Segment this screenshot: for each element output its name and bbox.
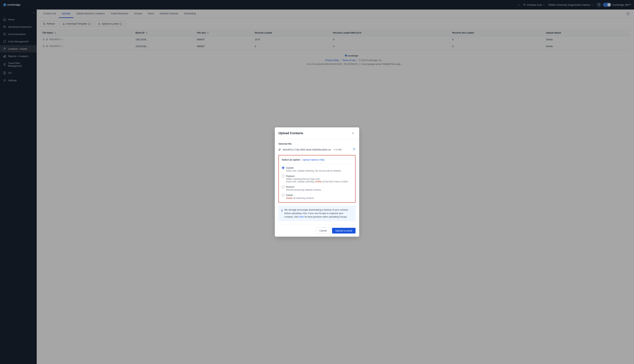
radio-row-update: Update: [282, 166, 352, 169]
modal-body: Selected file: 4e81997a-719a-4952-8e4b-0…: [275, 139, 359, 224]
upload-options-help-link[interactable]: Upload Options Help: [302, 158, 324, 161]
radio-label-restore[interactable]: Restore: [286, 186, 294, 188]
radio-desc-restore: Restore previously deleted contacts.: [286, 188, 352, 191]
replace-delete-text: Delete: [315, 180, 322, 183]
info-text: We strongly encourage downloading a back…: [284, 208, 353, 218]
selected-file-label: Selected file:: [278, 142, 356, 145]
radio-update[interactable]: [282, 166, 284, 169]
modal-title: Upload Contacts: [278, 132, 303, 135]
radio-row-delete: Delete: [282, 194, 352, 196]
radio-desc-update: Insert new. Update matching. No records …: [286, 170, 352, 172]
radio-row-replace: Replace: [282, 175, 352, 178]
radio-desc-delete: Delete all matching contacts.: [286, 197, 352, 200]
trash-icon: [353, 148, 356, 151]
modal-header: Upload Contacts ×: [275, 128, 359, 139]
radio-delete[interactable]: [282, 194, 284, 196]
info-box: ℹ We strongly encourage downloading a ba…: [278, 206, 356, 221]
file-delete-button[interactable]: [353, 148, 356, 152]
modal-footer: Cancel Upload to portal: [275, 224, 359, 236]
radio-option-restore: Restore Restore previously deleted conta…: [282, 186, 352, 191]
radio-restore[interactable]: [282, 186, 284, 188]
radio-label-replace[interactable]: Replace: [286, 175, 295, 178]
file-row: 4e81997a-719a-4952-8e4b-0d928be1fbdf.csv…: [278, 147, 356, 152]
radio-label-update[interactable]: Update: [286, 166, 294, 169]
modal-close-button[interactable]: ×: [350, 131, 356, 136]
upload-to-portal-button[interactable]: Upload to portal: [332, 228, 356, 234]
options-header-label: Select an option: [282, 158, 300, 161]
radio-desc-replace: Within matching Record Type only: Insert…: [286, 178, 352, 183]
radio-row-restore: Restore: [282, 186, 352, 188]
file-size: 0.9 MB: [334, 148, 342, 151]
info-icon: ℹ: [281, 208, 282, 213]
cancel-button[interactable]: Cancel: [316, 228, 330, 234]
upload-contacts-modal: Upload Contacts × Selected file: 4e81997…: [275, 128, 359, 236]
radio-option-update: Update Insert new. Update matching. No r…: [282, 166, 352, 172]
radio-label-delete[interactable]: Delete: [286, 194, 293, 196]
options-section: Select an option Upload Options Help Upd…: [278, 155, 356, 203]
file-name: 4e81997a-719a-4952-8e4b-0d928be1fbdf.csv: [282, 148, 331, 151]
radio-replace[interactable]: [282, 175, 284, 178]
svg-rect-22: [354, 149, 355, 150]
options-header: Select an option Upload Options Help: [282, 158, 352, 161]
delete-desc-delete-text: Delete: [286, 197, 292, 200]
paperclip-icon: [278, 148, 281, 151]
modal-overlay[interactable]: Upload Contacts × Selected file: 4e81997…: [0, 0, 634, 364]
radio-option-replace: Replace Within matching Record Type only…: [282, 175, 352, 183]
radio-option-delete: Delete Delete all matching contacts.: [282, 194, 352, 200]
info-here-link[interactable]: here: [299, 216, 304, 218]
